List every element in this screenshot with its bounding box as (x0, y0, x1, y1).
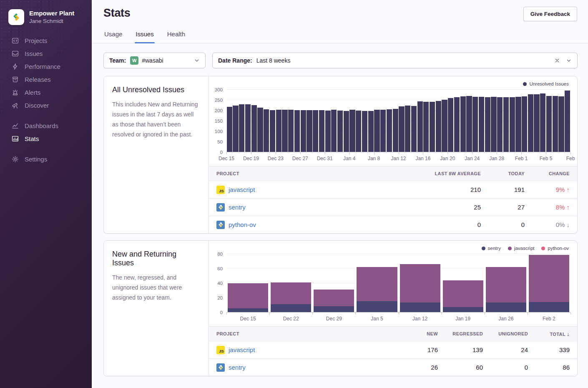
bar-26[interactable] (387, 90, 392, 152)
sidebar-item-issues[interactable]: Issues (0, 47, 92, 60)
bar-51[interactable] (540, 90, 545, 152)
column-header-total[interactable]: TOTAL↓ (528, 331, 570, 337)
chevron-down-icon (566, 58, 572, 63)
sidebar-item-discover[interactable]: Discover (0, 99, 92, 112)
bar-37[interactable] (454, 90, 460, 152)
date-range-select[interactable]: Date Range: Last 8 weeks (212, 53, 578, 68)
content-area: Team: W #wasabi Date Range: Last 8 weeks… (92, 43, 588, 388)
bar-Dec 15[interactable] (228, 254, 268, 312)
give-feedback-button[interactable]: Give Feedback (523, 7, 577, 21)
bar-3[interactable] (245, 90, 251, 152)
bar-27[interactable] (393, 90, 398, 152)
bar-47[interactable] (515, 90, 521, 152)
legend-item-javascript[interactable]: javascript (508, 246, 535, 251)
bar-Jan 19[interactable] (443, 254, 483, 312)
bar-34[interactable] (436, 90, 441, 152)
tab-usage[interactable]: Usage (103, 27, 123, 43)
bar-30[interactable] (411, 90, 417, 152)
project-link[interactable]: javascript (229, 346, 255, 353)
bar-45[interactable] (503, 90, 509, 152)
bar-55[interactable] (565, 90, 570, 152)
bar-39[interactable] (466, 90, 472, 152)
bar-21[interactable] (356, 90, 361, 152)
bar-25[interactable] (380, 90, 386, 152)
bar-20[interactable] (349, 90, 355, 152)
bar-50[interactable] (534, 90, 539, 152)
bar-24[interactable] (374, 90, 379, 152)
bar-46[interactable] (510, 90, 515, 152)
bar-14[interactable] (313, 90, 318, 152)
bar-31[interactable] (417, 90, 423, 152)
bar-15[interactable] (319, 90, 324, 152)
bar-Jan 26[interactable] (486, 254, 526, 312)
bar-29[interactable] (405, 90, 410, 152)
bar-35[interactable] (442, 90, 447, 152)
bar-Jan 5[interactable] (357, 254, 397, 312)
bar-49[interactable] (528, 90, 533, 152)
bar-19[interactable] (344, 90, 349, 152)
tab-issues[interactable]: Issues (135, 27, 154, 43)
bar-9[interactable] (282, 90, 287, 152)
bar-36[interactable] (448, 90, 453, 152)
bar-4[interactable] (251, 90, 257, 152)
bar-8[interactable] (276, 90, 281, 152)
tab-health[interactable]: Health (166, 27, 186, 43)
legend-item-sentry[interactable]: sentry (482, 246, 501, 251)
bar-2[interactable] (239, 90, 244, 152)
today-value: 191 (481, 186, 525, 193)
bar-12[interactable] (301, 90, 306, 152)
legend-item-python-ov[interactable]: python-ov (541, 246, 569, 251)
project-link[interactable]: python-ov (229, 221, 256, 228)
bar-32[interactable] (423, 90, 429, 152)
bar-13[interactable] (307, 90, 312, 152)
sidebar-item-settings[interactable]: Settings (0, 153, 92, 166)
sidebar-item-projects[interactable]: Projects (0, 34, 92, 47)
bar-44[interactable] (497, 90, 503, 152)
bar-11[interactable] (294, 90, 300, 152)
bar-10[interactable] (288, 90, 294, 152)
y-axis: 050100150200250300 (212, 90, 226, 152)
bar-0[interactable] (227, 90, 232, 152)
sidebar-item-releases[interactable]: Releases (0, 73, 92, 86)
bar-7[interactable] (270, 90, 275, 152)
project-link[interactable]: javascript (229, 186, 255, 193)
legend-item-Unresolved Issues[interactable]: Unresolved Issues (523, 81, 569, 86)
bar-42[interactable] (485, 90, 490, 152)
sidebar: Empower Plant Jane Schmidt Projects Issu… (0, 0, 92, 388)
team-select[interactable]: Team: W #wasabi (103, 53, 206, 68)
bar-43[interactable] (491, 90, 496, 152)
legend-dot (541, 247, 545, 250)
bar-Jan 12[interactable] (400, 254, 440, 312)
bar-22[interactable] (362, 90, 367, 152)
bar-40[interactable] (472, 90, 478, 152)
project-link[interactable]: sentry (229, 364, 246, 371)
bar-53[interactable] (553, 90, 558, 152)
org-switcher[interactable]: Empower Plant Jane Schmidt (0, 8, 92, 34)
discover-icon (12, 102, 19, 109)
bar-54[interactable] (558, 90, 564, 152)
bar-6[interactable] (264, 90, 269, 152)
sidebar-item-dashboards[interactable]: Dashboards (0, 119, 92, 132)
bar-17[interactable] (331, 90, 337, 152)
bar-33[interactable] (430, 90, 435, 152)
bar-5[interactable] (257, 90, 263, 152)
sidebar-item-stats[interactable]: Stats (0, 132, 92, 145)
bar-Dec 29[interactable] (314, 254, 354, 312)
clear-icon[interactable] (554, 58, 560, 63)
table-row: python-ov 0 0 0% ↓ (209, 216, 577, 233)
bar-Feb 2[interactable] (529, 254, 569, 312)
bar-1[interactable] (233, 90, 238, 152)
bar-16[interactable] (325, 90, 331, 152)
bar-41[interactable] (479, 90, 484, 152)
project-link[interactable]: sentry (229, 204, 246, 211)
bar-48[interactable] (522, 90, 527, 152)
bar-28[interactable] (399, 90, 404, 152)
table-row: sentry 26 60 0 86 (209, 358, 577, 376)
bar-38[interactable] (460, 90, 466, 152)
bar-23[interactable] (368, 90, 374, 152)
bar-Dec 22[interactable] (271, 254, 311, 312)
sidebar-item-alerts[interactable]: Alerts (0, 86, 92, 99)
sidebar-item-performance[interactable]: Performance (0, 60, 92, 73)
bar-52[interactable] (546, 90, 552, 152)
bar-18[interactable] (337, 90, 343, 152)
